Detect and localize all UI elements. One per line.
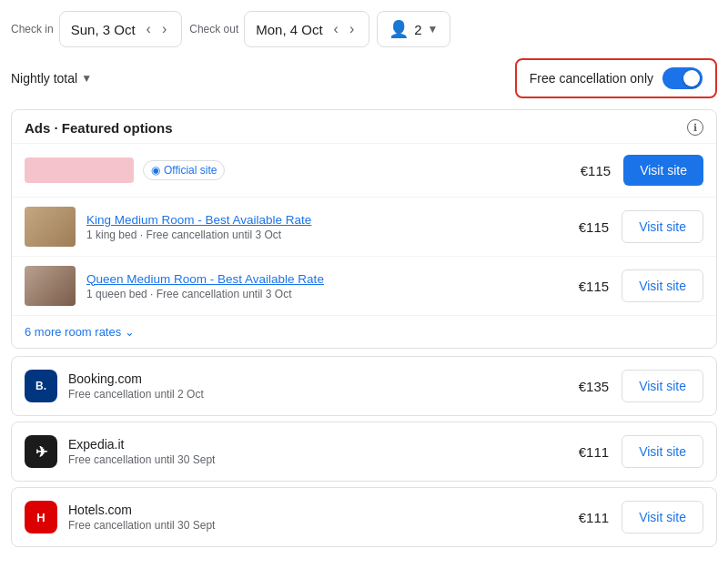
featured-price-visit: €115 Visit site [581,155,703,186]
expedia-visit-button[interactable]: Visit site [622,435,703,468]
featured-logo-area: ◉ Official site [25,157,225,183]
shield-icon: ◉ [151,164,160,177]
list-item: H Hotels.com Free cancellation until 30 … [11,487,717,547]
nightly-total-arrow-icon: ▼ [81,72,92,85]
expedia-name: Expedia.it [68,437,568,452]
checkout-group: Check out Mon, 4 Oct ‹ › [189,11,369,47]
king-room-visit-button[interactable]: Visit site [622,210,703,243]
king-room-name[interactable]: King Medium Room - Best Available Rate [86,213,568,227]
ads-header: Ads · Featured options ℹ [12,110,716,144]
queen-room-thumbnail [25,266,76,306]
king-room-price-visit: €115 Visit site [579,210,703,243]
booking-info: Booking.com Free cancellation until 2 Oc… [68,371,568,401]
nightly-total-label: Nightly total [11,71,77,86]
checkout-nav-arrows: ‹ › [330,19,359,39]
king-room-info: King Medium Room - Best Available Rate 1… [86,213,568,241]
list-item: B. Booking.com Free cancellation until 2… [11,356,717,416]
checkin-prev-button[interactable]: ‹ [143,19,155,39]
checkin-date: Sun, 3 Oct [71,22,136,37]
checkout-label: Check out [189,23,238,36]
info-icon[interactable]: ℹ [687,119,703,136]
checkout-date-box[interactable]: Mon, 4 Oct ‹ › [244,11,369,47]
checkout-date: Mon, 4 Oct [256,22,322,37]
queen-room-price-visit: €115 Visit site [579,269,703,302]
info-icon-label: ℹ [693,122,697,134]
expedia-logo: ✈ [25,435,57,468]
featured-logo-placeholder [25,157,134,183]
booking-name: Booking.com [68,371,568,386]
checkout-prev-button[interactable]: ‹ [330,19,342,39]
queen-room-visit-button[interactable]: Visit site [622,269,703,302]
guests-box[interactable]: 👤 2 ▼ [377,11,450,47]
chevron-down-icon: ⌄ [125,325,135,339]
queen-room-details: 1 queen bed · Free cancellation until 3 … [86,288,568,300]
booking-price-visit: €135 Visit site [579,370,703,402]
featured-visit-button[interactable]: Visit site [623,155,703,186]
expedia-info: Expedia.it Free cancellation until 30 Se… [68,437,568,466]
checkin-date-box[interactable]: Sun, 3 Oct ‹ › [59,11,183,47]
queen-room-name[interactable]: Queen Medium Room - Best Available Rate [86,272,568,286]
hotels-cancellation: Free cancellation until 30 Sept [68,519,568,532]
booking-cancellation: Free cancellation until 2 Oct [68,388,568,401]
table-row: King Medium Room - Best Available Rate 1… [12,198,716,257]
booking-logo: B. [25,370,57,402]
queen-room-info: Queen Medium Room - Best Available Rate … [86,272,568,300]
checkin-group: Check in Sun, 3 Oct ‹ › [11,11,182,47]
hotels-visit-button[interactable]: Visit site [622,501,703,533]
expedia-price-visit: €111 Visit site [579,435,703,468]
hotels-price: €111 [579,510,609,525]
free-cancellation-toggle[interactable] [662,67,703,89]
ads-section: Ads · Featured options ℹ ◉ Official site… [11,109,717,349]
guests-count: 2 [414,22,421,37]
official-site-badge: ◉ Official site [143,160,225,180]
toggle-knob [683,70,700,86]
checkin-nav-arrows: ‹ › [143,19,171,39]
free-cancellation-box[interactable]: Free cancellation only [515,58,717,98]
more-rates-link[interactable]: 6 more room rates ⌄ [12,316,716,348]
checkout-next-button[interactable]: › [346,19,358,39]
ads-title: Ads · Featured options [25,120,173,136]
booking-visit-button[interactable]: Visit site [622,370,703,402]
expedia-cancellation: Free cancellation until 30 Sept [68,453,568,466]
checkin-label: Check in [11,23,54,36]
king-room-thumbnail [25,207,76,247]
official-site-label: Official site [164,164,217,177]
more-rates-label: 6 more room rates [25,325,121,339]
featured-top-row: ◉ Official site €115 Visit site [12,144,716,198]
person-icon: 👤 [389,19,409,39]
providers-list: B. Booking.com Free cancellation until 2… [11,356,717,547]
table-row: Queen Medium Room - Best Available Rate … [12,257,716,316]
king-room-details: 1 king bed · Free cancellation until 3 O… [86,229,568,241]
hotels-logo: H [25,501,57,533]
king-room-price: €115 [579,219,609,235]
free-cancellation-label: Free cancellation only [530,71,653,86]
booking-price: €135 [579,379,609,394]
filter-bar: Nightly total ▼ Free cancellation only [11,58,717,98]
hotels-info: Hotels.com Free cancellation until 30 Se… [68,503,568,532]
guests-dropdown-icon: ▼ [428,23,439,36]
nightly-total-filter[interactable]: Nightly total ▼ [11,71,92,86]
hotels-name: Hotels.com [68,503,568,517]
list-item: ✈ Expedia.it Free cancellation until 30 … [11,422,717,482]
checkin-next-button[interactable]: › [158,19,170,39]
queen-room-price: €115 [579,279,609,294]
header-bar: Check in Sun, 3 Oct ‹ › Check out Mon, 4… [11,11,717,47]
featured-price: €115 [581,163,611,178]
hotels-price-visit: €111 Visit site [579,501,703,533]
expedia-price: €111 [579,444,609,460]
